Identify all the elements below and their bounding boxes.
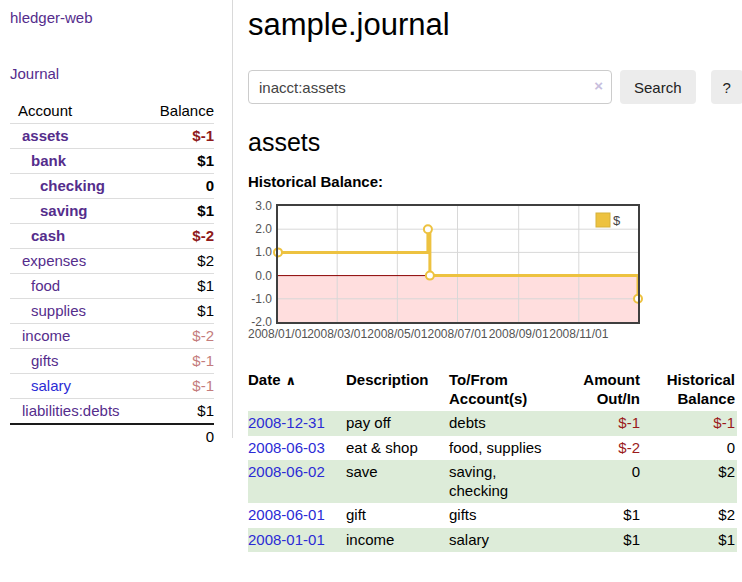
register-row: 2008-06-03eat & shopfood, supplies$-20 (248, 436, 737, 461)
transaction-date-link[interactable]: 2008-06-01 (248, 506, 325, 523)
accounts-header-account: Account (10, 99, 146, 124)
account-balance: 0 (146, 174, 214, 199)
svg-text:3.0: 3.0 (255, 199, 272, 213)
account-row: supplies$1 (10, 299, 214, 324)
transaction-date-link[interactable]: 2008-06-03 (248, 439, 325, 456)
account-row: food$1 (10, 274, 214, 299)
account-row: salary$-1 (10, 374, 214, 399)
register-table: Date∧ Description To/From Account(s) Amo… (248, 368, 737, 552)
account-row: liabilities:debts$1 (10, 399, 214, 425)
svg-text:2008/07/01: 2008/07/01 (427, 327, 487, 341)
register-row: 2008-01-01incomesalary$1$1 (248, 528, 737, 553)
transaction-description: pay off (346, 411, 449, 436)
page-title: sample.journal (248, 6, 737, 44)
transaction-description: eat & shop (346, 436, 449, 461)
account-link[interactable]: supplies (31, 302, 86, 319)
account-row: income$-2 (10, 324, 214, 349)
account-link[interactable]: salary (31, 377, 71, 394)
register-row: 2008-06-01giftgifts$1$2 (248, 503, 737, 528)
sort-asc-icon: ∧ (286, 373, 297, 388)
register-row: 2008-06-02savesaving, checking0$2 (248, 460, 737, 503)
transaction-balance: $1 (642, 528, 737, 553)
transaction-balance: 0 (642, 436, 737, 461)
account-balance: $1 (146, 274, 214, 299)
svg-text:2008/11/01: 2008/11/01 (549, 327, 608, 341)
transaction-amount: 0 (555, 460, 642, 503)
help-button[interactable]: ? (711, 70, 742, 104)
transaction-description: gift (346, 503, 449, 528)
accounts-total-value: 0 (146, 424, 214, 449)
transaction-accounts: salary (449, 528, 555, 553)
account-link[interactable]: food (31, 277, 60, 294)
register-row: 2008-12-31pay offdebts$-1$-1 (248, 411, 737, 436)
register-header-amount: Amount Out/In (555, 368, 642, 411)
svg-text:2008/09/01: 2008/09/01 (489, 327, 549, 341)
account-balance: $1 (146, 299, 214, 324)
transaction-balance: $2 (642, 503, 737, 528)
account-link[interactable]: bank (31, 152, 66, 169)
svg-text:2008/01/01: 2008/01/01 (248, 327, 308, 341)
register-header-row: Date∧ Description To/From Account(s) Amo… (248, 368, 737, 411)
account-balance: $1 (146, 399, 214, 425)
svg-text:0.0: 0.0 (255, 269, 272, 283)
register-header-description: Description (346, 368, 449, 411)
app-title-link[interactable]: hledger-web (10, 9, 232, 26)
accounts-total-row: 0 (10, 424, 214, 449)
account-row: cash$-2 (10, 224, 214, 249)
account-balance: $-2 (146, 324, 214, 349)
search-input[interactable] (248, 70, 612, 104)
svg-text:-1.0: -1.0 (251, 292, 272, 306)
transaction-description: save (346, 460, 449, 503)
account-row: expenses$2 (10, 249, 214, 274)
accounts-total-spacer (10, 424, 146, 449)
transaction-description: income (346, 528, 449, 553)
account-link[interactable]: gifts (31, 352, 59, 369)
account-balance: $-1 (146, 349, 214, 374)
account-link[interactable]: cash (31, 227, 65, 244)
account-link[interactable]: assets (22, 127, 69, 144)
accounts-table-body: assets$-1bank$1checking0saving$1cash$-2e… (10, 124, 214, 450)
sidebar: hledger-web Journal Account Balance asse… (0, 0, 233, 438)
balance-chart-svg: $3.02.01.00.0-1.0-2.02008/01/012008/03/0… (248, 203, 640, 341)
account-row: bank$1 (10, 149, 214, 174)
account-link[interactable]: income (22, 327, 70, 344)
historical-balance-chart: $3.02.01.00.0-1.0-2.02008/01/012008/03/0… (248, 203, 640, 341)
transaction-date-link[interactable]: 2008-06-02 (248, 463, 325, 480)
transaction-balance: $2 (642, 460, 737, 503)
transaction-accounts: saving, checking (449, 460, 555, 503)
legend-label: $ (613, 213, 621, 228)
svg-text:2008/03/01: 2008/03/01 (307, 327, 367, 341)
register-header-date[interactable]: Date∧ (248, 368, 346, 411)
account-balance: $-1 (146, 124, 214, 149)
transaction-date-link[interactable]: 2008-01-01 (248, 531, 325, 548)
search-button[interactable]: Search (620, 70, 696, 104)
sidebar-item-journal[interactable]: Journal (10, 65, 232, 82)
account-row: checking0 (10, 174, 214, 199)
account-link[interactable]: checking (40, 177, 105, 194)
account-row: gifts$-1 (10, 349, 214, 374)
svg-text:2008/05/01: 2008/05/01 (367, 327, 427, 341)
transaction-amount: $1 (555, 528, 642, 553)
transaction-date-link[interactable]: 2008-12-31 (248, 414, 325, 431)
transaction-accounts: debts (449, 411, 555, 436)
transaction-amount: $1 (555, 503, 642, 528)
account-link[interactable]: expenses (22, 252, 86, 269)
legend-swatch (596, 213, 610, 227)
transaction-balance: $-1 (642, 411, 737, 436)
search-box: × (248, 70, 612, 104)
svg-text:2.0: 2.0 (255, 222, 272, 236)
account-balance: $-1 (146, 374, 214, 399)
transaction-amount: $-1 (555, 411, 642, 436)
transaction-amount: $-2 (555, 436, 642, 461)
accounts-header-balance: Balance (146, 99, 214, 124)
chart-title: Historical Balance: (248, 173, 737, 191)
clear-search-icon[interactable]: × (594, 77, 603, 95)
account-link[interactable]: saving (40, 202, 88, 219)
account-heading: assets (248, 127, 737, 157)
main-content: sample.journal × Search ? assets Histori… (248, 0, 737, 552)
account-link[interactable]: liabilities:debts (22, 402, 120, 419)
account-balance: $1 (146, 149, 214, 174)
svg-text:1.0: 1.0 (255, 245, 272, 259)
account-row: saving$1 (10, 199, 214, 224)
transaction-accounts: food, supplies (449, 436, 555, 461)
